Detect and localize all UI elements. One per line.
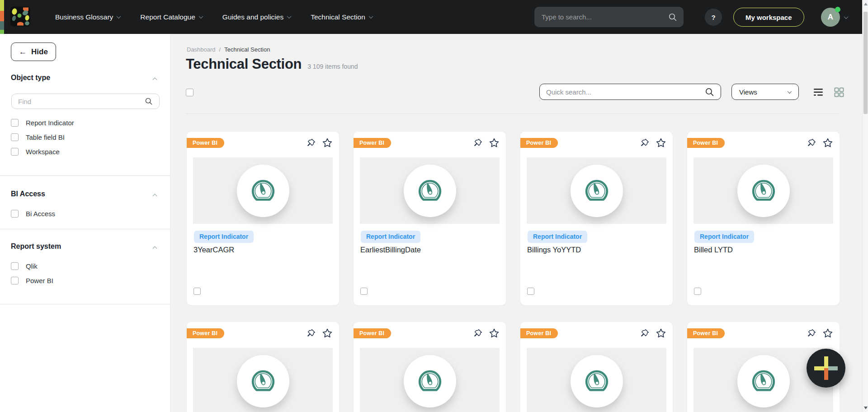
card-checkbox[interactable] [360,288,368,295]
divider [0,229,170,229]
arrow-left-icon: ← [19,47,27,57]
collapse-section-icon[interactable] [153,194,157,198]
filter-option-bi-access[interactable]: Bi Access [11,209,55,218]
my-workspace-button[interactable]: My workspace [733,8,804,27]
system-badge: Power BI [520,328,558,338]
card-thumbnail [527,157,666,224]
card-checkbox[interactable] [193,288,201,295]
edge-strip-segment [0,11,4,21]
filter-option-label: Bi Access [26,210,55,218]
filter-option-report-indicator[interactable]: Report Indicator [11,118,74,127]
catalog-card[interactable]: Power BI [354,132,506,305]
catalog-card[interactable]: Power BI [187,132,339,305]
star-icon[interactable] [656,137,666,148]
pin-icon[interactable] [473,138,483,148]
star-icon[interactable] [822,137,833,148]
filter-option-qlik[interactable]: Qlik [11,261,38,270]
filter-option-table-field-bi[interactable]: Table field BI [11,133,65,142]
pin-icon[interactable] [473,328,483,338]
filter-section-title-bi-access: BI Access [11,190,45,198]
checkbox[interactable] [11,262,19,270]
nav-item-report-catalogue[interactable]: Report Catalogue [140,13,203,21]
system-badge: Power BI [354,138,391,148]
gauge-circle [571,165,623,217]
card-header: Power BI [687,137,840,148]
breadcrumb-dashboard[interactable]: Dashboard [187,46,216,53]
card-checkbox[interactable] [694,288,701,295]
filter-option-workspace[interactable]: Workspace [11,147,60,156]
catalog-card[interactable]: Power BI [187,322,339,412]
checkbox[interactable] [11,277,19,284]
add-button[interactable] [807,349,845,388]
nav-item-business-glossary[interactable]: Business Glossary [55,13,120,21]
star-icon[interactable] [489,137,500,148]
help-button[interactable]: ? [705,9,722,26]
divider [0,175,170,176]
pin-icon[interactable] [640,328,650,338]
views-dropdown[interactable]: Views [731,84,799,100]
scroll-up-arrow[interactable] [864,3,868,5]
gauge-circle [571,355,623,407]
quick-search-input[interactable] [540,88,705,96]
search-icon [705,87,714,97]
card-title: Billings YoYYTD [527,246,581,254]
search-icon[interactable] [668,13,677,22]
card-thumbnail [193,348,333,412]
page-scrollbar[interactable] [862,0,868,412]
star-icon[interactable] [822,328,833,339]
filter-find-input[interactable] [12,98,145,105]
catalog-card[interactable]: Power BI [354,322,506,412]
avatar[interactable]: A [821,8,840,27]
system-badge: Power BI [187,138,224,148]
page-header: Technical Section 3 109 items found [186,56,358,72]
divider [0,304,170,304]
global-search-input[interactable] [534,13,668,21]
select-all-checkbox[interactable] [186,89,193,96]
pin-icon[interactable] [807,138,816,148]
checkbox[interactable] [11,133,19,141]
checkbox[interactable] [11,210,19,218]
star-icon[interactable] [322,137,333,148]
system-badge: Power BI [687,138,725,148]
star-icon[interactable] [656,328,666,339]
top-navbar: Business GlossaryReport CatalogueGuides … [0,0,868,34]
checkbox[interactable] [11,148,19,156]
card-header: Power BI [354,328,506,339]
gauge-circle [737,355,790,407]
filter-section-title-report-system: Report system [11,242,61,251]
checkbox[interactable] [11,119,19,127]
nav-item-guides-and-policies[interactable]: Guides and policies [222,13,291,21]
filter-option-label: Table field BI [26,133,65,141]
star-icon[interactable] [322,328,333,339]
chevron-down-icon [287,14,292,19]
gauge-icon [416,177,444,205]
scroll-down-arrow[interactable] [864,407,868,409]
nav-item-technical-section[interactable]: Technical Section [311,13,373,21]
scrollbar-thumb[interactable] [863,12,868,114]
catalog-card[interactable]: Power BI [687,132,840,305]
pin-icon[interactable] [807,328,816,338]
brand-edge-strip [0,0,4,34]
pin-icon[interactable] [640,138,650,148]
collapse-section-icon[interactable] [153,77,157,82]
views-dropdown-label: Views [739,88,757,96]
list-view-toggle[interactable] [813,87,824,98]
grid-view-toggle[interactable] [834,87,844,98]
catalog-card[interactable]: Power BI [520,322,673,412]
breadcrumb-separator: / [219,46,221,53]
card-title: 3YearCAGR [193,246,234,254]
chevron-down-icon[interactable] [844,14,849,19]
card-checkbox[interactable] [527,288,534,295]
user-menu[interactable]: A [821,8,848,27]
hide-sidebar-button[interactable]: ← Hide [11,43,56,61]
collapse-section-icon[interactable] [153,246,157,251]
app-logo[interactable] [10,6,30,27]
nav-item-label: Guides and policies [222,13,283,21]
breadcrumb: Dashboard / Technical Section [187,46,270,53]
filter-option-power-bi[interactable]: Power BI [11,276,53,285]
pin-icon[interactable] [306,328,316,338]
pin-icon[interactable] [306,138,316,148]
card-header: Power BI [187,328,339,339]
star-icon[interactable] [489,328,500,339]
catalog-card[interactable]: Power BI [520,132,673,305]
